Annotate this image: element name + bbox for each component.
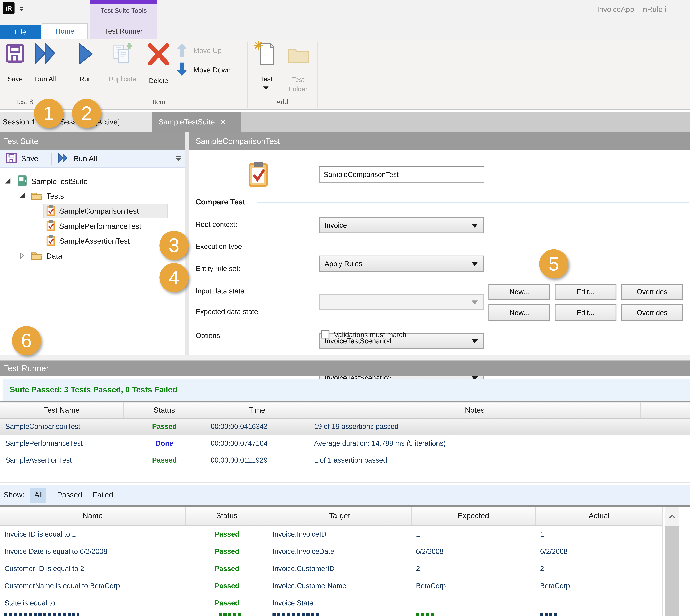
document-tab-sample-test-suite[interactable]: SampleTestSuite ×: [152, 112, 241, 132]
callout-5-number: 5: [548, 253, 559, 275]
assertions-header-expected[interactable]: Expected: [412, 507, 536, 525]
ribbon-move-down-button[interactable]: Move Down: [176, 61, 247, 80]
close-icon[interactable]: ×: [220, 116, 226, 128]
assertions-header-name[interactable]: Name: [0, 507, 186, 525]
scrollbar-up-button[interactable]: [665, 507, 679, 526]
input-new-button[interactable]: New...: [488, 284, 550, 300]
filter-passed[interactable]: Passed: [55, 488, 85, 503]
ribbon-add-test-folder-button[interactable]: Test Folder: [285, 42, 312, 96]
application-window: iR InvoiceApp - InRule i File Home Test …: [0, 0, 690, 616]
expander-collapsed-icon[interactable]: [19, 252, 25, 260]
assertions-header-target[interactable]: Target: [268, 507, 412, 525]
expected-edit-button[interactable]: Edit...: [555, 305, 616, 321]
assertion-row[interactable]: Invoice Date is equal to 6/2/2008 Passed…: [0, 543, 663, 560]
toolbar-save-button[interactable]: Save: [6, 150, 38, 168]
assertion-expected: 6/2/2008: [412, 543, 536, 560]
assertion-name: Invoice ID is equal to 1: [0, 526, 186, 543]
expander-expanded-icon[interactable]: [5, 178, 11, 185]
assertion-name: Invoice Date is equal to 6/2/2008: [0, 543, 186, 560]
ribbon-run-label: Run: [75, 74, 96, 83]
expander-expanded-icon[interactable]: [19, 192, 25, 200]
results-header-test-name[interactable]: Test Name: [0, 402, 124, 418]
results-row[interactable]: SamplePerformanceTest Done 00:00:00.0747…: [0, 435, 690, 452]
results-row-selected[interactable]: SampleComparisonTest Passed 00:00:00.041…: [0, 418, 690, 435]
tree-item-data-folder[interactable]: Data: [0, 249, 185, 264]
ribbon-run-all-button[interactable]: Run All: [32, 42, 59, 96]
input-overrides-button[interactable]: Overrides: [621, 284, 683, 300]
tree-item-tests-folder[interactable]: Tests: [0, 189, 185, 203]
assertion-target: Invoice.State: [268, 594, 412, 612]
assertion-row[interactable]: Customer ID is equal to 2 Passed Invoice…: [0, 560, 663, 577]
run-all-icon: [57, 153, 69, 164]
tree-item-label: SampleTestSuite: [31, 177, 88, 186]
toolbar-overflow-icon[interactable]: [175, 154, 182, 165]
session-tab-1[interactable]: Session 1: [3, 112, 36, 132]
ribbon-add-test-button[interactable]: ✳ Test: [254, 41, 278, 96]
duplicate-icon: [111, 42, 133, 67]
entity-rule-set-dropdown[interactable]: [319, 294, 484, 310]
input-edit-button[interactable]: Edit...: [555, 284, 616, 300]
ribbon-duplicate-button[interactable]: Duplicate: [102, 41, 143, 94]
assertion-status: Passed: [186, 543, 268, 560]
delete-icon: [147, 43, 170, 67]
tree-item-label: SampleComparisonTest: [59, 207, 139, 216]
ribbon-group-add-label: Add: [247, 98, 317, 105]
assertion-row[interactable]: State is equal to Passed Invoice.State: [0, 594, 663, 612]
tree-item-sample-comparison-test[interactable]: SampleComparisonTest: [0, 204, 185, 218]
result-time: 00:00:00.0747104: [205, 435, 309, 452]
results-header-notes[interactable]: Notes: [309, 402, 641, 418]
assertions-table-header: Name Status Target Expected Actual: [0, 507, 663, 526]
app-logo[interactable]: iR: [3, 2, 15, 14]
new-item-star-icon: ✳: [253, 39, 263, 52]
ribbon-delete-button[interactable]: Delete: [144, 42, 173, 94]
ribbon-save-button[interactable]: Save: [4, 42, 26, 94]
results-header-status[interactable]: Status: [124, 402, 205, 418]
test-name-input[interactable]: SampleComparisonTest: [319, 166, 484, 182]
assertion-actual: [536, 594, 663, 612]
tree-item-sample-assertion-test[interactable]: SampleAssertionTest: [0, 234, 185, 248]
results-row[interactable]: SampleAssertionTest Passed 00:00:00.0121…: [0, 452, 690, 469]
validations-checkbox-label: Validations must match: [334, 331, 406, 339]
tab-home[interactable]: Home: [42, 23, 88, 39]
tree-item-label: Tests: [46, 192, 64, 200]
tree-item-sample-test-suite[interactable]: SampleTestSuite: [0, 174, 185, 189]
filter-all-selected[interactable]: All: [30, 488, 46, 503]
result-test-name: SampleAssertionTest: [0, 452, 124, 469]
tab-file[interactable]: File: [0, 25, 41, 39]
toolbar-separator: [51, 153, 51, 165]
toolbar-run-all-button[interactable]: Run All: [57, 150, 97, 168]
results-header-time[interactable]: Time: [205, 402, 309, 418]
test-detail-panel-title: SampleComparisonTest: [196, 136, 280, 146]
ribbon-run-button[interactable]: Run: [75, 42, 96, 94]
assertions-header-status[interactable]: Status: [186, 507, 268, 525]
callout-6-number: 6: [21, 330, 32, 352]
execution-type-dropdown[interactable]: Apply Rules: [319, 256, 484, 272]
ribbon-move-up-button[interactable]: Move Up: [176, 42, 238, 59]
move-up-icon: [176, 42, 188, 60]
assertion-name: State is equal to: [0, 594, 186, 612]
tree-item-sample-performance-test[interactable]: SamplePerformanceTest: [0, 219, 185, 234]
quick-access-dropdown-icon[interactable]: [19, 6, 25, 14]
filter-failed[interactable]: Failed: [90, 488, 116, 503]
input-data-state-label: Input data state:: [196, 287, 246, 295]
validations-checkbox[interactable]: [321, 330, 329, 338]
assertions-header-actual[interactable]: Actual: [536, 507, 663, 525]
assertion-row[interactable]: Invoice ID is equal to 1 Passed Invoice.…: [0, 526, 663, 543]
results-header-spacer: [641, 402, 690, 418]
tree-item-label: SamplePerformanceTest: [59, 222, 142, 230]
expected-new-button[interactable]: New...: [488, 305, 550, 321]
expected-overrides-button[interactable]: Overrides: [621, 305, 683, 321]
options-label: Options:: [196, 332, 222, 340]
root-context-value: Invoice: [325, 221, 347, 229]
save-icon: [6, 153, 17, 165]
run-all-icon: [35, 42, 57, 66]
callout-6: 6: [12, 326, 41, 355]
assertion-status: Passed: [186, 594, 268, 612]
chevron-up-icon: [668, 513, 676, 519]
tab-test-runner[interactable]: Test Runner: [90, 23, 157, 39]
assertion-actual: 1: [536, 526, 663, 543]
root-context-dropdown[interactable]: Invoice: [319, 217, 484, 233]
test-suite-panel-title: Test Suite: [4, 136, 39, 146]
assertion-row[interactable]: CustomerName is equal to BetaCorp Passed…: [0, 577, 663, 594]
scrollbar-thumb[interactable]: [665, 526, 679, 616]
